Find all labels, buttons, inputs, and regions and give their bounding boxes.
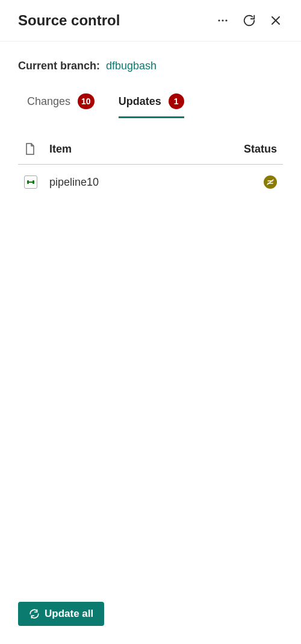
current-branch-row: Current branch: dfbugbash (18, 60, 283, 72)
current-branch-label: Current branch: (18, 60, 100, 72)
table-header: Item Status (18, 136, 283, 165)
column-item-header: Item (42, 143, 235, 156)
table-body: pipeline10 (18, 165, 283, 590)
panel-content: Current branch: dfbugbash Changes 10 Upd… (0, 42, 301, 590)
column-icon (24, 142, 42, 156)
tab-changes[interactable]: Changes 10 (27, 93, 95, 118)
refresh-button[interactable] (242, 13, 256, 28)
svg-point-0 (218, 19, 220, 21)
item-type-icon-cell (24, 175, 42, 189)
file-icon (24, 142, 36, 156)
svg-point-2 (225, 19, 227, 21)
tab-updates-badge: 1 (169, 93, 184, 109)
table-row[interactable]: pipeline10 (18, 165, 283, 200)
current-branch-name[interactable]: dfbugbash (106, 60, 157, 72)
more-options-button[interactable] (216, 13, 230, 28)
tab-updates-label: Updates (119, 95, 161, 108)
item-status-cell (235, 175, 277, 189)
tab-updates[interactable]: Updates 1 (119, 93, 184, 118)
close-button[interactable] (268, 13, 283, 28)
tab-changes-label: Changes (27, 95, 70, 108)
svg-rect-5 (27, 180, 29, 184)
update-all-label: Update all (45, 608, 93, 620)
svg-rect-7 (29, 182, 33, 183)
panel-title: Source control (18, 12, 120, 29)
svg-rect-6 (33, 180, 34, 184)
svg-point-1 (222, 19, 223, 21)
panel-footer: Update all (0, 590, 301, 644)
tabs: Changes 10 Updates 1 (18, 93, 283, 118)
refresh-icon (243, 14, 256, 27)
item-name: pipeline10 (42, 176, 235, 189)
status-incoming-icon (264, 175, 277, 189)
panel-header: Source control (0, 0, 301, 42)
tab-changes-badge: 10 (78, 93, 95, 109)
more-horizontal-icon (217, 14, 229, 27)
update-all-button[interactable]: Update all (18, 602, 104, 626)
header-actions (216, 13, 283, 28)
pipeline-icon (24, 175, 37, 189)
sync-icon (29, 608, 40, 619)
close-icon (270, 14, 282, 27)
column-status-header: Status (235, 143, 277, 156)
